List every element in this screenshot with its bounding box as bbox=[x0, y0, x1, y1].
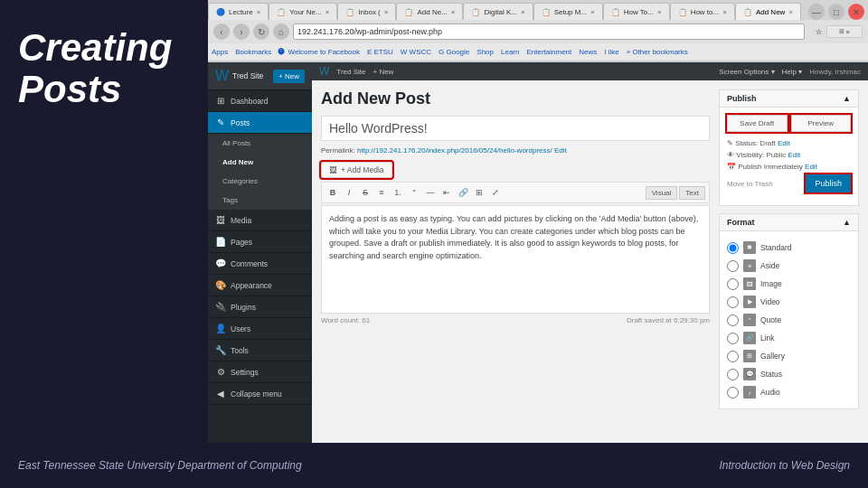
sidebar-item-tags[interactable]: Tags bbox=[208, 191, 312, 210]
sidebar-item-dashboard[interactable]: ⊞ Dashboard bbox=[208, 90, 312, 112]
format-link[interactable]: 🔗 Link bbox=[727, 329, 851, 347]
publish-button[interactable]: Publish bbox=[806, 174, 851, 192]
admin-bar-new[interactable]: + New bbox=[373, 68, 394, 76]
visibility-edit[interactable]: Edit bbox=[788, 151, 800, 159]
star-icon[interactable]: ☆ bbox=[812, 25, 825, 38]
sidebar-item-comments[interactable]: 💬 Comments bbox=[208, 253, 312, 275]
screen-options[interactable]: Screen Options ▾ bbox=[719, 68, 774, 76]
sidebar-item-label: Posts bbox=[231, 118, 250, 127]
post-title-input[interactable]: Hello WordPress! bbox=[321, 116, 710, 141]
collapse-format-icon[interactable]: ▲ bbox=[843, 218, 851, 227]
sidebar-item-posts[interactable]: ✎ Posts bbox=[208, 112, 312, 134]
sidebar-item-all-posts[interactable]: All Posts bbox=[208, 134, 312, 153]
more-btn[interactable]: ⊞ bbox=[472, 185, 486, 200]
tab-yourne[interactable]: 📋Your Ne...× bbox=[269, 3, 337, 20]
bookmark-fb[interactable]: 🅕 Welcome to Facebook bbox=[278, 48, 360, 56]
tab-setup[interactable]: 📋Setup M...× bbox=[533, 3, 603, 20]
italic-btn[interactable]: I bbox=[342, 185, 356, 200]
collapse-publish-icon[interactable]: ▲ bbox=[843, 94, 851, 103]
sidebar-item-media[interactable]: 🖼 Media bbox=[208, 210, 312, 231]
bookmark-learn[interactable]: Learn bbox=[501, 48, 519, 56]
sidebar-item-appearance[interactable]: 🎨 Appearance bbox=[208, 275, 312, 296]
visual-tab[interactable]: Visual bbox=[646, 186, 678, 200]
sidebar-item-users[interactable]: 👤 Users bbox=[208, 318, 312, 340]
bookmark-bookmarks[interactable]: Bookmarks bbox=[235, 48, 271, 56]
format-audio[interactable]: ♪ Audio bbox=[727, 383, 851, 401]
tab-howto1[interactable]: 📋How To...× bbox=[603, 3, 670, 20]
link-btn[interactable]: 🔗 bbox=[456, 185, 470, 200]
users-icon: 👤 bbox=[215, 324, 226, 333]
minimize-btn[interactable]: — bbox=[808, 4, 825, 20]
permalink-edit[interactable]: Edit bbox=[554, 146, 567, 155]
sidebar-item-settings[interactable]: ⚙ Settings bbox=[208, 361, 312, 383]
format-gallery-radio[interactable] bbox=[727, 351, 739, 362]
format-standard-radio[interactable] bbox=[727, 242, 739, 254]
tab-addnew-active[interactable]: 📋Add New× bbox=[735, 3, 801, 20]
sidebar-item-tools[interactable]: 🔧 Tools bbox=[208, 340, 312, 361]
format-video[interactable]: ▶ Video bbox=[727, 293, 851, 311]
format-quote[interactable]: " Quote bbox=[727, 311, 851, 329]
maximize-btn[interactable]: □ bbox=[828, 4, 844, 20]
bookmark-other[interactable]: » Other bookmarks bbox=[627, 48, 688, 56]
format-status[interactable]: 💬 Status bbox=[727, 365, 851, 383]
admin-user[interactable]: Howdy, Irshmac bbox=[809, 68, 861, 76]
format-image-radio[interactable] bbox=[727, 278, 739, 290]
strike-btn[interactable]: S bbox=[358, 185, 373, 200]
format-gallery[interactable]: ⊞ Gallery bbox=[727, 347, 851, 365]
tab-addnew1[interactable]: 📋Add Ne...× bbox=[396, 3, 463, 20]
back-btn[interactable]: ‹ bbox=[213, 23, 230, 40]
url-bar[interactable]: 192.241.176.20/wp-admin/post-new.php bbox=[293, 23, 805, 40]
bookmark-apps[interactable]: Apps bbox=[212, 48, 228, 56]
blockquote-btn[interactable]: " bbox=[407, 185, 421, 200]
ul-btn[interactable]: ≡ bbox=[374, 185, 389, 200]
sidebar-item-pages[interactable]: 📄 Pages bbox=[208, 231, 312, 253]
close-btn[interactable]: ✕ bbox=[848, 4, 864, 20]
sidebar-item-collapse[interactable]: ◀ Collapse menu bbox=[208, 383, 312, 405]
format-standard[interactable]: ✱ Standard bbox=[727, 239, 851, 257]
help-btn[interactable]: Help ▾ bbox=[782, 68, 803, 76]
move-to-trash-btn[interactable]: Move to Trash bbox=[727, 180, 773, 188]
format-image[interactable]: 🖼 Image bbox=[727, 275, 851, 293]
permalink-url[interactable]: http://192.241.176.20/index.php/2016/05/… bbox=[357, 146, 552, 155]
bookmark-shop[interactable]: Shop bbox=[476, 48, 494, 56]
home-btn[interactable]: ⌂ bbox=[273, 23, 289, 40]
bookmark-entertainment[interactable]: Entertainment bbox=[526, 48, 571, 56]
sidebar-item-plugins[interactable]: 🔌 Plugins bbox=[208, 296, 312, 318]
format-aside-radio[interactable] bbox=[727, 260, 739, 272]
format-audio-radio[interactable] bbox=[727, 387, 739, 399]
align-btn[interactable]: ⇤ bbox=[439, 185, 454, 200]
editor-content[interactable]: Adding a post is as easy as typing. You … bbox=[321, 205, 710, 314]
format-aside[interactable]: ≡ Aside bbox=[727, 257, 851, 275]
preview-button[interactable]: Preview bbox=[791, 115, 852, 132]
bookmark-wscc[interactable]: W WSCC bbox=[401, 48, 431, 56]
text-tab[interactable]: Text bbox=[679, 186, 705, 200]
format-video-radio[interactable] bbox=[727, 296, 739, 308]
format-status-radio[interactable] bbox=[727, 369, 739, 380]
wp-new-button[interactable]: + New bbox=[273, 70, 305, 83]
status-edit[interactable]: Edit bbox=[778, 139, 790, 147]
bookmark-ilike[interactable]: I like bbox=[604, 48, 618, 56]
bookmark-google[interactable]: G Google bbox=[439, 48, 469, 56]
fullscreen-btn[interactable]: ⤢ bbox=[488, 185, 503, 200]
bold-btn[interactable]: B bbox=[326, 185, 340, 200]
forward-btn[interactable]: › bbox=[233, 23, 250, 40]
format-quote-label: Quote bbox=[760, 315, 781, 324]
admin-bar-site[interactable]: Tred Site bbox=[336, 68, 365, 76]
bookmark-news[interactable]: News bbox=[579, 48, 597, 56]
ol-btn[interactable]: 1. bbox=[391, 185, 405, 200]
hr-btn[interactable]: — bbox=[423, 185, 438, 200]
publish-edit[interactable]: Edit bbox=[805, 163, 817, 171]
format-video-label: Video bbox=[760, 297, 780, 306]
format-quote-radio[interactable] bbox=[727, 314, 739, 326]
tab-howto2[interactable]: 📋How to...× bbox=[670, 3, 735, 20]
save-draft-button[interactable]: Save Draft bbox=[727, 115, 788, 132]
add-media-button[interactable]: 🖼 + Add Media bbox=[321, 162, 392, 178]
reload-btn[interactable]: ↻ bbox=[253, 23, 269, 40]
sidebar-item-add-new[interactable]: Add New bbox=[208, 153, 312, 172]
tab-digital[interactable]: 📋Digital K...× bbox=[463, 3, 533, 20]
sidebar-item-categories[interactable]: Categories bbox=[208, 172, 312, 191]
bookmark-etsu[interactable]: E ETSU bbox=[367, 48, 393, 56]
tab-inbox[interactable]: 📋Inbox (× bbox=[337, 3, 396, 20]
format-link-radio[interactable] bbox=[727, 333, 739, 344]
tab-lecture[interactable]: 🔵Lecture× bbox=[208, 3, 269, 20]
